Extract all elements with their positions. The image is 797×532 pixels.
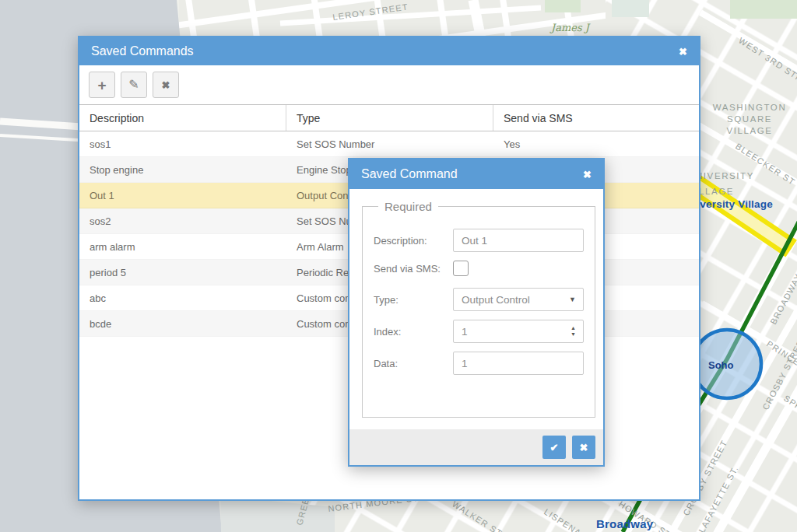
delete-command-button[interactable]: ✖ <box>153 72 179 98</box>
cell-description: sos2 <box>79 208 286 233</box>
index-field-row: Index: 1 ▲ ▼ <box>374 320 584 343</box>
cell-description: Out 1 <box>79 183 286 208</box>
commands-table-header: Description Type Send via SMS <box>79 104 699 131</box>
plus-icon: + <box>97 78 106 93</box>
cancel-button[interactable]: ✖ <box>572 436 595 459</box>
checkmark-icon: ✔ <box>550 442 559 453</box>
description-field-row: Description: <box>374 229 584 252</box>
saved-command-body: Required Description: Send via SMS: Type… <box>349 189 603 429</box>
add-command-button[interactable]: + <box>89 72 115 98</box>
cell-send-via-sms: Yes <box>493 131 699 156</box>
pencil-icon: ✎ <box>128 79 139 91</box>
index-label: Index: <box>374 326 453 338</box>
stepper-down-icon[interactable]: ▼ <box>571 332 576 337</box>
close-icon: ✖ <box>580 442 588 453</box>
saved-command-dialog: Saved Command ✖ Required Description: Se… <box>348 158 605 467</box>
type-field-row: Type: Output Control ▼ <box>374 288 584 311</box>
confirm-button[interactable]: ✔ <box>542 436 566 459</box>
send-via-sms-field-row: Send via SMS: <box>374 261 584 276</box>
column-header-description[interactable]: Description <box>79 105 286 131</box>
park-patch <box>612 0 649 17</box>
cell-description: bcde <box>79 311 286 336</box>
park-label-james-walker: James J <box>549 22 591 33</box>
cell-description: Stop engine <box>79 157 286 182</box>
chevron-down-icon: ▼ <box>569 296 576 303</box>
column-header-type[interactable]: Type <box>286 105 493 131</box>
delete-icon: ✖ <box>162 80 170 90</box>
cell-description: arm alarm <box>79 234 286 259</box>
area-label-washington-3: VILLAGE <box>726 126 772 135</box>
close-icon[interactable]: ✖ <box>679 47 687 57</box>
edit-command-button[interactable]: ✎ <box>121 72 147 98</box>
send-via-sms-label: Send via SMS: <box>374 263 453 275</box>
cell-description: period 5 <box>79 260 286 285</box>
cell-description: abc <box>79 285 286 310</box>
data-label: Data: <box>374 358 453 369</box>
geofence-label-soho: Soho <box>708 359 734 371</box>
park-patch <box>545 0 581 12</box>
poi-label-broadway: Broadway <box>596 517 654 530</box>
data-field-row: Data: <box>374 352 584 375</box>
saved-command-titlebar[interactable]: Saved Command ✖ <box>349 159 603 189</box>
dialog-footer: ✔ ✖ <box>349 429 603 465</box>
table-row[interactable]: sos1 Set SOS Number Yes <box>79 131 699 157</box>
window-title: Saved Commands <box>91 44 194 58</box>
required-fieldset: Required Description: Send via SMS: Type… <box>362 200 595 418</box>
area-label-washington-2: SQUARE <box>727 114 772 124</box>
required-legend: Required <box>378 200 438 213</box>
index-stepper[interactable]: 1 ▲ ▼ <box>453 320 584 343</box>
data-input[interactable] <box>453 352 584 375</box>
type-select[interactable]: Output Control ▼ <box>453 288 584 311</box>
saved-commands-titlebar[interactable]: Saved Commands ✖ <box>79 37 699 65</box>
index-stepper-value: 1 <box>462 326 468 338</box>
type-select-value: Output Control <box>462 294 530 306</box>
park-patch <box>730 0 797 19</box>
description-input[interactable] <box>453 229 584 252</box>
stepper-up-icon[interactable]: ▲ <box>571 326 576 331</box>
close-icon[interactable]: ✖ <box>583 170 592 180</box>
cell-description: sos1 <box>79 131 286 156</box>
area-label-washington-1: WASHINGTON <box>713 103 787 112</box>
column-header-send-via-sms[interactable]: Send via SMS <box>493 105 699 131</box>
cell-type: Set SOS Number <box>286 131 493 156</box>
description-label: Description: <box>374 235 453 247</box>
send-via-sms-checkbox[interactable] <box>453 261 469 276</box>
dialog-title: Saved Command <box>361 167 458 181</box>
type-label: Type: <box>374 294 453 306</box>
commands-toolbar: + ✎ ✖ <box>79 65 699 104</box>
